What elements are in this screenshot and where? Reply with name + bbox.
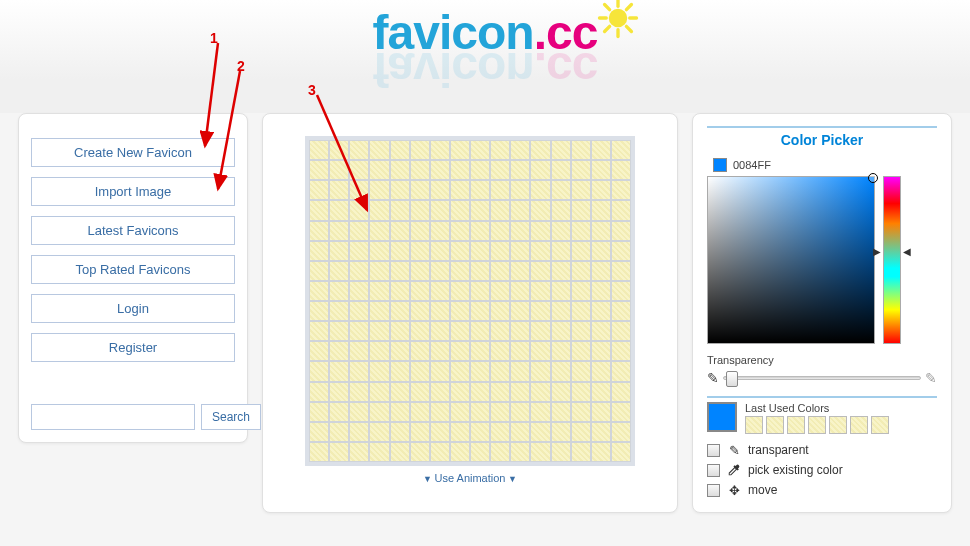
pixel-cell[interactable] (369, 341, 389, 361)
pixel-cell[interactable] (611, 442, 631, 462)
pixel-cell[interactable] (309, 382, 329, 402)
pixel-cell[interactable] (510, 160, 530, 180)
pixel-cell[interactable] (369, 402, 389, 422)
pixel-cell[interactable] (490, 301, 510, 321)
pixel-cell[interactable] (530, 422, 550, 442)
pixel-cell[interactable] (410, 341, 430, 361)
last-used-swatch[interactable] (850, 416, 868, 434)
pixel-cell[interactable] (611, 341, 631, 361)
pixel-cell[interactable] (450, 402, 470, 422)
pixel-cell[interactable] (470, 221, 490, 241)
pixel-cell[interactable] (309, 200, 329, 220)
transparency-slider[interactable] (723, 376, 921, 380)
pixel-cell[interactable] (390, 361, 410, 381)
pixel-cell[interactable] (329, 200, 349, 220)
pixel-cell[interactable] (430, 422, 450, 442)
pixel-cell[interactable] (309, 301, 329, 321)
pixel-cell[interactable] (510, 422, 530, 442)
pixel-cell[interactable] (390, 180, 410, 200)
pixel-cell[interactable] (329, 281, 349, 301)
pixel-cell[interactable] (349, 402, 369, 422)
pixel-cell[interactable] (309, 160, 329, 180)
pixel-cell[interactable] (309, 402, 329, 422)
pixel-cell[interactable] (591, 382, 611, 402)
pixel-cell[interactable] (410, 160, 430, 180)
pixel-cell[interactable] (510, 180, 530, 200)
pixel-cell[interactable] (571, 341, 591, 361)
pixel-cell[interactable] (390, 140, 410, 160)
pixel-cell[interactable] (390, 301, 410, 321)
pixel-cell[interactable] (369, 321, 389, 341)
pixel-cell[interactable] (329, 382, 349, 402)
pixel-cell[interactable] (530, 281, 550, 301)
pixel-cell[interactable] (551, 361, 571, 381)
pixel-cell[interactable] (349, 221, 369, 241)
pixel-cell[interactable] (611, 382, 631, 402)
saturation-value-picker[interactable] (707, 176, 875, 344)
pixel-cell[interactable] (571, 241, 591, 261)
pixel-cell[interactable] (490, 160, 510, 180)
pixel-cell[interactable] (450, 160, 470, 180)
pixel-cell[interactable] (410, 221, 430, 241)
top-rated-favicons-button[interactable]: Top Rated Favicons (31, 255, 235, 284)
pixel-cell[interactable] (309, 241, 329, 261)
pixel-cell[interactable] (571, 180, 591, 200)
pixel-cell[interactable] (490, 442, 510, 462)
pixel-cell[interactable] (510, 402, 530, 422)
pixel-cell[interactable] (430, 200, 450, 220)
transparency-slider-handle[interactable] (726, 371, 738, 387)
pixel-cell[interactable] (349, 321, 369, 341)
pixel-cell[interactable] (571, 321, 591, 341)
pixel-cell[interactable] (450, 442, 470, 462)
pixel-cell[interactable] (349, 261, 369, 281)
pixel-cell[interactable] (349, 241, 369, 261)
pixel-cell[interactable] (551, 442, 571, 462)
pixel-cell[interactable] (369, 221, 389, 241)
pixel-cell[interactable] (571, 160, 591, 180)
pixel-cell[interactable] (551, 422, 571, 442)
pixel-cell[interactable] (551, 140, 571, 160)
pixel-cell[interactable] (470, 422, 490, 442)
pixel-cell[interactable] (369, 180, 389, 200)
pixel-cell[interactable] (490, 241, 510, 261)
pixel-cell[interactable] (450, 301, 470, 321)
pixel-cell[interactable] (591, 261, 611, 281)
pixel-cell[interactable] (470, 402, 490, 422)
pixel-cell[interactable] (430, 341, 450, 361)
pixel-cell[interactable] (309, 140, 329, 160)
pixel-cell[interactable] (551, 382, 571, 402)
pixel-cell[interactable] (329, 341, 349, 361)
pixel-cell[interactable] (329, 180, 349, 200)
pixel-cell[interactable] (390, 160, 410, 180)
pixel-cell[interactable] (510, 200, 530, 220)
hue-slider[interactable] (883, 176, 901, 344)
pixel-cell[interactable] (591, 321, 611, 341)
pixel-cell[interactable] (551, 281, 571, 301)
pixel-cell[interactable] (329, 402, 349, 422)
pixel-cell[interactable] (369, 361, 389, 381)
last-used-swatch[interactable] (871, 416, 889, 434)
pixel-cell[interactable] (510, 442, 530, 462)
pixel-cell[interactable] (349, 382, 369, 402)
pixel-cell[interactable] (530, 382, 550, 402)
use-animation-toggle[interactable]: Use Animation (423, 472, 517, 484)
pixel-cell[interactable] (470, 382, 490, 402)
pixel-cell[interactable] (349, 361, 369, 381)
pixel-cell[interactable] (530, 301, 550, 321)
pixel-grid[interactable] (305, 136, 635, 466)
pixel-cell[interactable] (611, 301, 631, 321)
pixel-cell[interactable] (349, 281, 369, 301)
pixel-cell[interactable] (611, 402, 631, 422)
pixel-cell[interactable] (571, 422, 591, 442)
pixel-cell[interactable] (329, 261, 349, 281)
pixel-cell[interactable] (551, 241, 571, 261)
pixel-cell[interactable] (410, 281, 430, 301)
pixel-cell[interactable] (450, 281, 470, 301)
pixel-cell[interactable] (591, 301, 611, 321)
pixel-cell[interactable] (329, 140, 349, 160)
pixel-cell[interactable] (530, 180, 550, 200)
pixel-cell[interactable] (390, 221, 410, 241)
pixel-cell[interactable] (611, 221, 631, 241)
pixel-cell[interactable] (490, 382, 510, 402)
pixel-cell[interactable] (470, 442, 490, 462)
